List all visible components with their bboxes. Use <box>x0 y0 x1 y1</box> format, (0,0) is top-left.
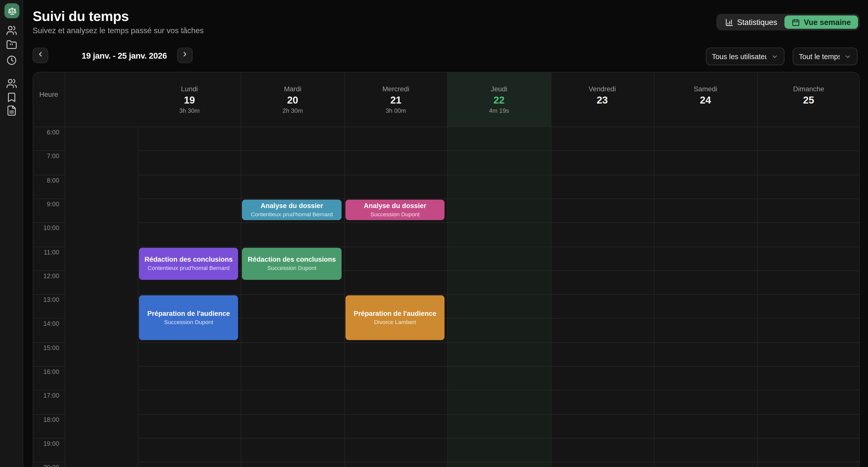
day-number: 21 <box>390 95 401 105</box>
users-filter-dropdown[interactable]: Tous les utilisateurs <box>706 48 784 65</box>
day-number: 20 <box>287 95 298 105</box>
sidebar-item-users[interactable] <box>6 78 17 89</box>
day-header-vendredi: Vendredi23 <box>551 72 654 127</box>
hour-label: 8:00 <box>33 177 59 184</box>
day-total: 3h 30m <box>179 107 199 114</box>
sidebar-item-users[interactable] <box>6 25 17 36</box>
grid-line <box>138 175 860 175</box>
day-name: Samedi <box>694 85 717 93</box>
grid-line <box>138 366 860 367</box>
event-title: Préparation de l'audience <box>353 309 436 318</box>
week-calendar: Heure Lundi193h 30mMardi202h 30mMercredi… <box>33 72 860 467</box>
grid-line <box>33 342 65 343</box>
calendar-event[interactable]: Préparation de l'audienceSuccession Dupo… <box>139 295 238 340</box>
day-total: 3h 00m <box>385 107 406 114</box>
hour-label: 20:00 <box>33 464 59 467</box>
users-icon <box>6 25 17 36</box>
day-header-samedi: Samedi24 <box>654 72 757 127</box>
calendar-event[interactable]: Rédaction des conclusionsSuccession Dupo… <box>242 247 342 280</box>
grid-line <box>33 462 65 462</box>
grid-line <box>138 246 860 247</box>
grid-line <box>757 72 757 467</box>
next-week-button[interactable] <box>177 48 192 63</box>
app-logo[interactable] <box>4 3 20 18</box>
bookmark-icon <box>6 92 17 103</box>
event-case: Succession Dupont <box>164 319 213 326</box>
bar-chart-icon <box>725 18 733 26</box>
file-text-icon <box>6 105 17 116</box>
event-case: Contentieux prud'homal Bernard <box>148 265 229 272</box>
grid-line <box>138 294 860 295</box>
date-range-label: 19 janv. - 25 janv. 2026 <box>82 48 167 63</box>
hour-label: 18:00 <box>33 416 59 423</box>
event-title: Rédaction des conclusions <box>145 256 233 264</box>
grid-line <box>241 72 242 467</box>
calendar-event[interactable]: Analyse du dossierSuccession Dupont <box>345 200 445 220</box>
hour-label: 9:00 <box>33 201 59 207</box>
grid-line <box>447 72 448 467</box>
day-header-lundi: Lundi193h 30m <box>138 72 241 127</box>
hour-label: 6:00 <box>33 129 59 136</box>
hour-label: 15:00 <box>33 344 59 351</box>
sidebar-item-clock[interactable] <box>6 55 17 66</box>
users-icon <box>6 78 17 89</box>
grid-line <box>33 438 65 438</box>
main-content: Suivi du temps Suivez et analysez le tem… <box>23 0 868 467</box>
day-number: 24 <box>700 95 711 105</box>
day-name: Vendredi <box>589 85 616 93</box>
grid-line <box>138 151 860 151</box>
day-name: Jeudi <box>491 85 507 93</box>
sidebar-item-bookmark[interactable] <box>6 92 17 103</box>
grid-line <box>33 223 65 223</box>
chevron-down-icon <box>771 53 778 60</box>
today-column-highlight <box>447 127 551 467</box>
time-filter-dropdown[interactable]: Tout le temps <box>793 48 858 65</box>
time-filter-value: Tout le temps <box>799 52 840 60</box>
day-header-jeudi: Jeudi224m 19s <box>447 72 551 127</box>
week-view-button[interactable]: Vue semaine <box>784 15 858 29</box>
grid-line <box>551 72 551 467</box>
hour-label: 7:00 <box>33 153 59 160</box>
hour-label: 17:00 <box>33 392 59 399</box>
grid-line <box>138 223 860 223</box>
hour-label: 14:00 <box>33 320 59 327</box>
calendar-icon <box>792 18 800 26</box>
previous-week-button[interactable] <box>33 48 48 63</box>
app-window: Suivi du temps Suivez et analysez le tem… <box>0 0 868 467</box>
day-header-mercredi: Mercredi213h 00m <box>344 72 447 127</box>
statistics-button[interactable]: Statistiques <box>718 15 784 29</box>
grid-line <box>33 390 65 391</box>
calendar-event[interactable]: Analyse du dossierContentieux prud'homal… <box>242 200 342 220</box>
event-title: Analyse du dossier <box>364 202 426 210</box>
grid-line <box>654 72 654 467</box>
hour-label: 12:00 <box>33 272 59 279</box>
grid-line <box>344 72 345 467</box>
calendar-event[interactable]: Préparation de l'audienceDivorce Lambert <box>345 295 445 340</box>
event-title: Préparation de l'audience <box>147 309 230 318</box>
calendar-event[interactable]: Rédaction des conclusionsContentieux pru… <box>139 247 238 280</box>
grid-line <box>33 318 65 319</box>
day-number: 19 <box>184 95 195 105</box>
day-header-dimanche: Dimanche25 <box>757 72 860 127</box>
hour-column-header: Heure <box>39 91 58 99</box>
chevron-left-icon <box>36 51 44 60</box>
event-title: Rédaction des conclusions <box>248 256 336 264</box>
chevron-right-icon <box>181 51 189 60</box>
event-title: Analyse du dossier <box>261 202 323 210</box>
day-number: 25 <box>803 95 814 105</box>
grid-line <box>138 342 860 343</box>
hour-label: 13:00 <box>33 296 59 303</box>
day-total: 4m 19s <box>489 107 509 114</box>
view-toggle: Statistiques Vue semaine <box>716 14 860 30</box>
hour-label: 19:00 <box>33 440 59 447</box>
hour-label: 10:00 <box>33 225 59 231</box>
grid-line <box>138 414 860 414</box>
grid-line <box>33 246 65 247</box>
week-view-label: Vue semaine <box>804 18 851 27</box>
page-subtitle: Suivez et analysez le temps passé sur vo… <box>33 26 204 35</box>
sidebar-item-file-text[interactable] <box>6 105 17 116</box>
sidebar-item-folder[interactable] <box>6 39 17 50</box>
grid-line <box>138 127 138 467</box>
chevron-down-icon <box>844 53 851 60</box>
sidebar <box>0 0 23 467</box>
